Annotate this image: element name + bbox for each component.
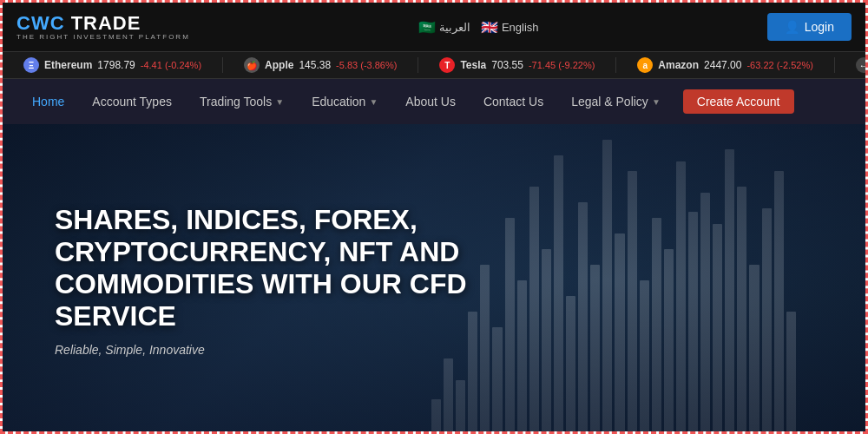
nav-label: Create Account (697, 95, 780, 108)
nav-item-contact-us[interactable]: Contact Us (471, 89, 556, 114)
logo-text[interactable]: CWC TRADE (16, 13, 190, 34)
ticker-price: 703.55 (491, 59, 523, 71)
hero-section: SHARES, INDICES, FOREX, CRYPTOCURRENCY, … (3, 124, 865, 434)
ticker-change: -63.22 (-2.52%) (746, 60, 812, 70)
ticker-icon: a (637, 57, 653, 73)
nav-label: About Us (405, 95, 456, 108)
chevron-down-icon: ▼ (275, 97, 284, 107)
logo-area: CWC TRADE THE RIGHT INVESTMENT PLATFORM (16, 13, 190, 42)
nav-label: Education (312, 95, 365, 108)
ticker-change: -4.41 (-0.24%) (141, 60, 201, 70)
nav-item-home[interactable]: Home (20, 89, 76, 114)
nav-bar: HomeAccount TypesTrading Tools▼Education… (3, 79, 865, 124)
nav-item-about-us[interactable]: About Us (393, 89, 468, 114)
ticker-change: -71.45 (-9.22%) (529, 60, 595, 70)
logo-subtitle: THE RIGHT INVESTMENT PLATFORM (16, 34, 190, 42)
nav-label: Legal & Policy (571, 95, 648, 108)
ticker-icon: Ξ (23, 57, 39, 73)
nav-item-trading-tools[interactable]: Trading Tools▼ (187, 89, 296, 114)
hero-subtitle: Reliable, Simple, Innovative (55, 343, 506, 357)
ticker-price: 145.38 (299, 59, 331, 71)
nav-label: Contact Us (483, 95, 543, 108)
nav-item-create-account[interactable]: Create Account (683, 89, 794, 114)
nav-item-education[interactable]: Education▼ (299, 89, 390, 114)
nav-item-legal-&-policy[interactable]: Legal & Policy▼ (559, 89, 673, 114)
ticker-item: T Tesla 703.55 -71.45 (-9.22%) (418, 57, 616, 73)
ticker-change: -5.83 (-3.86%) (336, 60, 397, 70)
ticker-name: Tesla (460, 59, 486, 71)
lang-english[interactable]: 🇬🇧 English (481, 19, 539, 36)
hero-title: SHARES, INDICES, FOREX, CRYPTOCURRENCY, … (55, 204, 506, 332)
arabic-label: العربية (439, 21, 470, 34)
ticker-item: ← Lucid (835, 57, 865, 73)
ticker-name: Amazon (658, 59, 699, 71)
english-label: English (502, 21, 539, 34)
nav-label: Account Types (92, 95, 172, 108)
ticker-name: Ethereum (44, 59, 92, 71)
ticker-item: 🍎 Apple 145.38 -5.83 (-3.86%) (223, 57, 418, 73)
user-icon: 👤 (785, 20, 799, 34)
lang-arabic[interactable]: 🇸🇦 العربية (418, 19, 470, 36)
language-area: 🇸🇦 العربية 🇬🇧 English (418, 19, 539, 36)
login-label: Login (805, 20, 834, 34)
ticker-icon: ← (856, 57, 865, 73)
ticker-name: Apple (265, 59, 293, 71)
ticker-item: a Amazon 2447.00 -63.22 (-2.52%) (616, 57, 835, 73)
ticker-track: Ξ Ethereum 1798.79 -4.41 (-0.24%) 🍎 Appl… (3, 57, 865, 73)
ticker-icon: T (439, 57, 455, 73)
chevron-down-icon: ▼ (369, 97, 378, 107)
ticker-bar: Ξ Ethereum 1798.79 -4.41 (-0.24%) 🍎 Appl… (3, 51, 865, 79)
top-bar: CWC TRADE THE RIGHT INVESTMENT PLATFORM … (3, 3, 865, 51)
nav-item-account-types[interactable]: Account Types (80, 89, 184, 114)
chevron-down-icon: ▼ (652, 97, 661, 107)
ticker-price: 2447.00 (704, 59, 741, 71)
nav-label: Home (32, 95, 64, 108)
nav-label: Trading Tools (200, 95, 272, 108)
arabic-flag-icon: 🇸🇦 (418, 19, 436, 36)
ticker-item: Ξ Ethereum 1798.79 -4.41 (-0.24%) (3, 57, 223, 73)
ticker-price: 1798.79 (97, 59, 135, 71)
english-flag-icon: 🇬🇧 (481, 19, 498, 36)
ticker-icon: 🍎 (244, 57, 260, 73)
login-button[interactable]: 👤 Login (767, 13, 852, 41)
hero-content: SHARES, INDICES, FOREX, CRYPTOCURRENCY, … (3, 204, 558, 356)
